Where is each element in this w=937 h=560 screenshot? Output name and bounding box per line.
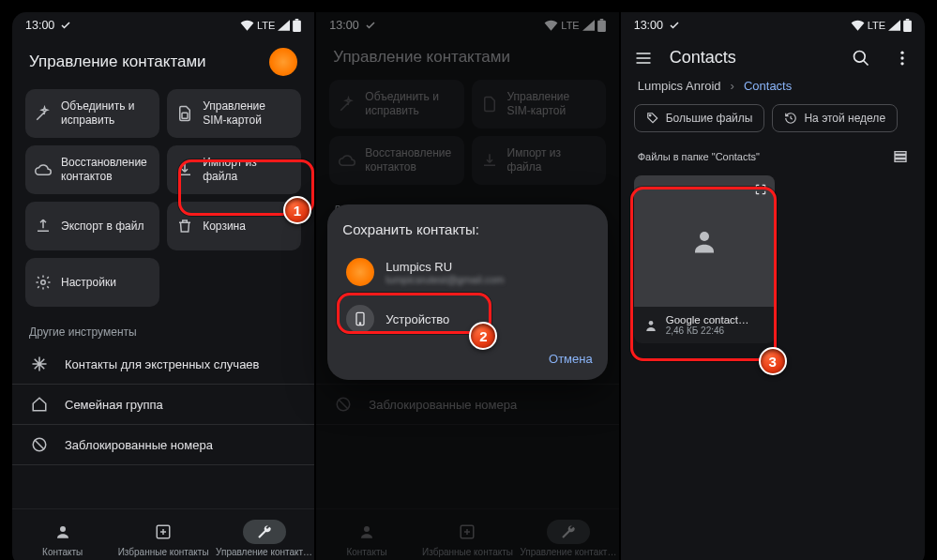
card-restore[interactable]: Восстановление контактов — [25, 145, 159, 194]
device-option[interactable]: Устройство — [342, 297, 592, 341]
cloud-icon — [35, 161, 52, 178]
account-avatar[interactable] — [269, 48, 297, 76]
svg-rect-15 — [906, 19, 910, 21]
breadcrumb-root[interactable]: Lumpics Anroid — [638, 79, 721, 93]
card-settings[interactable]: Настройки — [25, 258, 159, 307]
cards-grid: Объединить и исправить Управление SIM-ка… — [12, 83, 314, 312]
other-tools-label: Другие инструменты — [12, 312, 314, 344]
status-bar: 13:00 LTE — [12, 12, 314, 38]
svg-point-25 — [648, 321, 653, 325]
svg-point-3 — [41, 280, 46, 285]
row-blocked[interactable]: Заблокированные номера — [12, 425, 314, 465]
row-emergency[interactable]: Контакты для экстренных случаев — [12, 344, 314, 385]
more-icon[interactable] — [893, 49, 912, 68]
battery-icon — [293, 19, 301, 32]
save-contacts-dialog: Сохранить контакты: Lumpics RU lumpicsru… — [327, 204, 607, 380]
expand-icon[interactable] — [754, 183, 767, 196]
file-name: Google contact… — [666, 314, 749, 325]
svg-point-17 — [900, 51, 903, 53]
card-merge-fix[interactable]: Объединить и исправить — [25, 89, 159, 138]
network-label: LTE — [868, 20, 885, 31]
wifi-icon — [851, 20, 865, 31]
svg-point-20 — [649, 114, 651, 116]
svg-rect-14 — [903, 21, 912, 32]
card-sim[interactable]: Управление SIM-картой — [167, 89, 301, 138]
svg-rect-23 — [895, 159, 906, 162]
dialog-title: Сохранить контакты: — [342, 221, 592, 237]
status-bar: 13:00 LTE — [621, 12, 925, 38]
trash-icon — [176, 218, 193, 235]
network-label: LTE — [257, 20, 275, 31]
nav-favorites[interactable]: Избранные контакты — [113, 520, 213, 557]
file-size-time: 2,46 КБ 22:46 — [666, 325, 749, 336]
page-title: Управление контактами — [29, 53, 258, 71]
sim-icon — [176, 105, 193, 122]
check-icon — [669, 20, 680, 31]
check-icon — [60, 20, 71, 31]
svg-point-5 — [60, 526, 66, 532]
download-icon — [176, 161, 193, 178]
person-placeholder-icon — [690, 227, 718, 255]
svg-rect-1 — [295, 19, 299, 21]
wifi-icon — [240, 20, 254, 31]
screen-3: 13:00 LTE Contacts Lumpics Anroid › Cont… — [621, 12, 925, 560]
wrench-icon — [256, 523, 273, 540]
upload-icon — [35, 218, 52, 235]
account-email: lumpicsrutest@gmail.com — [385, 274, 504, 285]
account-option[interactable]: Lumpics RU lumpicsrutest@gmail.com — [342, 250, 592, 294]
search-icon[interactable] — [852, 49, 870, 68]
step-badge-3: 3 — [759, 347, 787, 375]
bottom-nav: Контакты Избранные контакты Управление к… — [12, 508, 314, 560]
card-export[interactable]: Экспорт в файл — [25, 202, 159, 250]
nav-manage[interactable]: Управление контакт… — [214, 520, 313, 557]
battery-icon — [903, 19, 912, 32]
clock: 13:00 — [25, 19, 54, 32]
breadcrumb[interactable]: Lumpics Anroid › Contacts — [621, 75, 925, 104]
menu-icon[interactable] — [634, 49, 653, 68]
star-burst-icon — [31, 356, 48, 372]
tag-icon — [646, 112, 659, 125]
history-icon — [784, 112, 797, 125]
card-trash[interactable]: Корзина — [167, 202, 301, 250]
svg-rect-0 — [293, 21, 301, 32]
cancel-button[interactable]: Отмена — [549, 352, 593, 366]
wand-icon — [35, 105, 52, 122]
device-label: Устройство — [385, 312, 449, 326]
signal-icon — [278, 20, 290, 31]
nav-contacts[interactable]: Контакты — [13, 520, 113, 557]
svg-rect-2 — [182, 113, 188, 118]
screen-2: 13:00 LTE Управление контактами Объедини… — [316, 12, 620, 560]
file-card[interactable]: Google contact… 2,46 КБ 22:46 — [634, 175, 775, 343]
home-icon — [31, 396, 48, 413]
signal-icon — [888, 20, 900, 31]
contact-file-icon — [643, 318, 658, 333]
svg-point-18 — [900, 56, 903, 59]
svg-point-24 — [700, 232, 709, 241]
clock: 13:00 — [634, 19, 663, 32]
svg-point-16 — [854, 51, 865, 62]
file-thumbnail — [634, 175, 775, 307]
card-import[interactable]: Импорт из файла — [167, 145, 301, 194]
chip-this-week[interactable]: На этой неделе — [772, 104, 898, 132]
account-avatar-icon — [346, 258, 374, 286]
chevron-right-icon: › — [731, 79, 734, 93]
folder-heading: Файлы в папке "Contacts" — [638, 151, 760, 162]
person-icon — [54, 523, 71, 540]
svg-rect-21 — [895, 152, 906, 155]
chip-large-files[interactable]: Большие файлы — [634, 104, 765, 132]
row-family[interactable]: Семейная группа — [12, 385, 314, 425]
device-icon — [346, 305, 374, 333]
gear-icon — [35, 274, 52, 291]
svg-point-13 — [360, 323, 361, 324]
account-name: Lumpics RU — [385, 260, 504, 274]
breadcrumb-current: Contacts — [744, 79, 792, 93]
svg-point-19 — [900, 62, 903, 65]
add-box-icon — [155, 523, 172, 540]
view-list-icon[interactable] — [893, 149, 908, 164]
page-title: Contacts — [670, 48, 835, 68]
screen-1: 13:00 LTE Управление контактами Объедини… — [12, 12, 316, 560]
block-icon — [31, 436, 48, 453]
svg-rect-22 — [895, 156, 906, 159]
